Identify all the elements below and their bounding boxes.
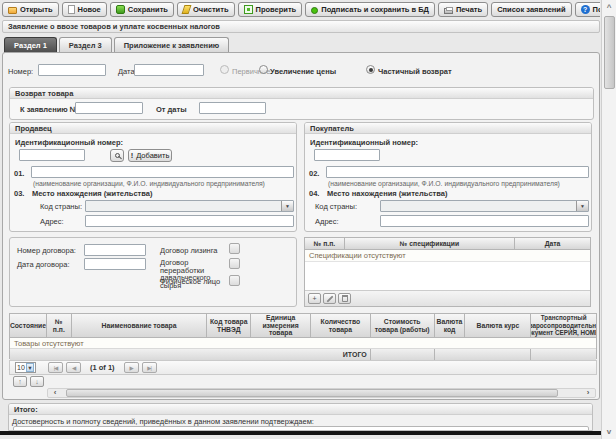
radio-primary[interactable] [220,65,229,74]
leasing-checkbox[interactable] [229,243,240,254]
seller-name-input[interactable] [31,166,294,178]
vertical-scrollbar[interactable]: ^ v [601,0,616,439]
clear-button-label: Очистить [193,5,229,14]
scroll-up-icon[interactable]: ^ [602,3,616,12]
spec-col-date: Дата [515,238,590,249]
scroll-right-icon[interactable]: › [583,389,593,397]
chevron-down-icon[interactable]: ▼ [576,201,588,211]
print-button[interactable]: Печать [438,2,488,17]
contract-date-input[interactable] [84,258,146,270]
seller-name-hint: (наименование организации, Ф.И.О. индиви… [33,180,265,187]
confirmation-text: Достоверность и полноту сведений, привед… [9,415,592,426]
tab-appendix[interactable]: Приложение к заявлению [114,37,229,53]
sign-and-save-button[interactable]: Подписать и сохранить в БД [305,2,435,17]
seller-address-input[interactable] [85,215,294,227]
verify-button[interactable]: Проверить [238,2,303,17]
buyer-location-label: Место нахождения (жительства) [327,189,447,198]
spec-delete-button[interactable] [338,293,351,304]
save-icon [116,5,125,14]
spec-col-spec-number: № спецификации [345,238,515,249]
goods-col-quantity: Количество товара [311,314,371,337]
scroll-left-icon[interactable]: ‹ [50,389,60,397]
move-row-down-button[interactable]: ↓ [30,376,44,387]
contract-panel: Номер договора: Дата договора: Договор л… [9,237,297,307]
first-page-button[interactable]: |◀ [48,362,63,373]
move-row-up-button[interactable]: ↑ [13,376,27,387]
help-button[interactable]: ?Помощь [575,2,600,17]
buyer-name-input[interactable] [326,166,589,178]
next-page-icon: ▶ [129,365,132,371]
specifications-toolbar: + [305,290,590,306]
plus-icon: + [312,295,316,302]
buyer-address-label: Адрес: [315,217,339,226]
next-page-button[interactable]: ▶ [124,362,139,373]
seller-search-button[interactable] [110,149,124,162]
to-application-input[interactable] [75,102,143,114]
from-date-label: От даты [156,105,187,114]
buyer-line1-number: 02. [309,169,319,178]
buyer-id-input[interactable] [314,149,380,161]
radio-price-increase-label: Увеличение цены [270,67,336,76]
goods-total-label: ИТОГО [10,349,371,360]
contract-number-label: Номер договора: [17,246,76,255]
buyer-country-label: Код страны: [315,202,357,211]
goods-col-unit: Единица измерения товара [251,314,311,337]
radio-partial-return[interactable] [366,65,375,74]
specifications-empty-message: Спецификации отсутствуют [305,250,590,262]
spec-edit-button[interactable] [323,293,336,304]
goods-col-cost: Стоимость товара (работы) [371,314,435,337]
buyer-line2-number: 04. [309,189,319,198]
spec-add-button[interactable]: + [308,293,321,304]
first-page-icon: |◀ [54,365,58,371]
open-button[interactable]: Открыть [2,2,59,17]
to-application-label: К заявлению № [20,105,78,114]
radio-partial-return-label: Частичный возврат [378,67,452,76]
toolbar: Открыть Новое Сохранить Очистить Провери… [2,2,600,18]
sign-icon [311,7,318,14]
window-bottom-edge [0,431,601,435]
add-icon: ! [131,151,134,160]
application-window: Открыть Новое Сохранить Очистить Провери… [0,0,616,439]
last-page-button[interactable]: ▶| [142,362,157,373]
contract-number-input[interactable] [84,244,146,256]
specifications-header-row: № п.п. № спецификации Дата [305,238,590,250]
page-size-select[interactable]: 10▼ [15,362,36,373]
horizontal-scrollbar[interactable]: ‹ › [47,388,596,398]
date-input[interactable] [134,64,204,76]
buyer-id-label: Идентификационный номер: [310,138,418,147]
seller-id-input[interactable] [19,149,85,161]
open-button-label: Открыть [20,5,53,14]
tab-section-1[interactable]: Раздел 1 [4,37,57,53]
goods-col-transport-doc: Транспортный (товаросопроводительный) до… [531,314,596,337]
individual-checkbox[interactable] [229,275,240,286]
scroll-down-icon[interactable]: v [602,427,616,436]
seller-panel: Продавец Идентификационный номер: !Добав… [9,122,297,232]
form-title: Заявление о ввозе товаров и уплате косве… [8,22,220,31]
vertical-scrollbar-thumb[interactable] [604,16,615,89]
new-button[interactable]: Новое [62,2,107,17]
applications-list-button[interactable]: Список заявлений [491,2,571,17]
return-goods-panel-title: Возврат товара [10,88,593,99]
goods-table: Состояние № п.п. Наименование товара Код… [9,313,597,359]
save-button[interactable]: Сохранить [110,2,174,17]
goods-col-tnved: Код товара ТНВЭД [207,314,251,337]
new-document-icon [68,5,75,14]
applications-list-button-label: Список заявлений [497,5,565,14]
seller-country-combo[interactable]: ▼ [85,200,294,212]
buyer-country-combo[interactable]: ▼ [380,200,589,212]
seller-add-button[interactable]: !Добавить [128,149,172,162]
buyer-address-input[interactable] [380,215,589,227]
from-date-input[interactable] [199,102,266,114]
totals-panel: Итого: Достоверность и полноту сведений,… [8,403,593,431]
chevron-down-icon[interactable]: ▼ [281,201,293,211]
radio-price-increase[interactable] [259,65,268,74]
buyer-panel: Покупатель Идентификационный номер: 02. … [304,122,592,232]
clear-button[interactable]: Очистить [177,2,235,17]
prev-page-button[interactable]: ◀ [66,362,81,373]
number-input[interactable] [38,64,106,76]
horizontal-scrollbar-thumb[interactable] [66,389,558,397]
tolling-checkbox[interactable] [229,258,240,269]
seller-country-label: Код страны: [40,202,82,211]
goods-col-currency-code: Валюта код [435,314,466,337]
tab-section-3[interactable]: Раздел 3 [59,37,112,53]
